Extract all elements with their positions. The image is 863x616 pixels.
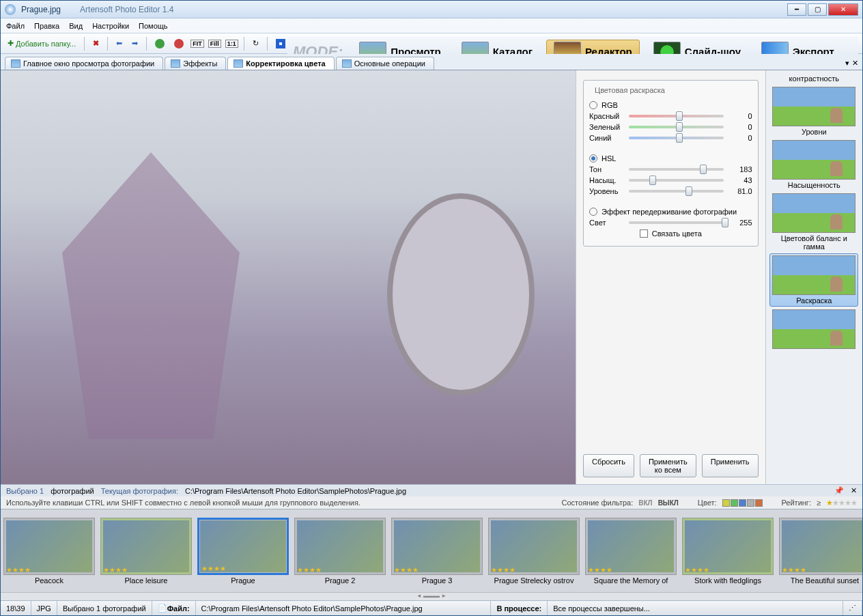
close-button[interactable]: ✕: [828, 3, 858, 16]
resize-grip[interactable]: ⋰: [843, 601, 862, 615]
thumb-8[interactable]: ★★★★The Beautiful sunset: [776, 518, 862, 585]
panel-title: Цветовая раскраска: [592, 86, 668, 94]
color-icon: [234, 59, 243, 68]
preset-extra[interactable]: [769, 308, 858, 352]
thumb-5[interactable]: ★★★★Prague Strelecky ostrov: [485, 518, 582, 585]
rotate-button[interactable]: ↻: [250, 38, 261, 49]
preset-balance[interactable]: Цветовой баланс и гамма: [769, 192, 858, 252]
color-filter[interactable]: [722, 499, 763, 507]
apply-all-button[interactable]: Применить ко всем: [640, 454, 696, 477]
maximize-button[interactable]: ▢: [808, 3, 827, 16]
status-selection: Выбрано 1 фотографий: [57, 601, 152, 615]
menu-help[interactable]: Помощь: [139, 22, 168, 30]
statusbar: 18\39 JPG Выбрано 1 фотографий 📄 Файл: C…: [1, 600, 862, 615]
hsl-radio[interactable]: [589, 154, 597, 163]
tab-menu-button[interactable]: ▾: [845, 59, 849, 68]
hint-bar: Используйте клавиши CTRL или SHIFT совме…: [1, 496, 862, 509]
thumb-2[interactable]: ★★★★Prague: [195, 518, 292, 585]
thumb-0[interactable]: ★★★★Peacock: [1, 518, 98, 585]
preset-contrast[interactable]: контрастность: [769, 73, 858, 84]
thumb-1[interactable]: ★★★★Place leisure: [98, 518, 195, 585]
red-slider[interactable]: [629, 115, 724, 117]
menu-file[interactable]: Файл: [6, 22, 25, 30]
thumb-4[interactable]: ★★★★Prague 3: [388, 518, 485, 585]
sat-slider[interactable]: [629, 179, 724, 182]
preset-levels[interactable]: Уровни: [769, 85, 858, 137]
preset-coloring[interactable]: Раскраска: [769, 253, 858, 307]
main-photo: [1, 70, 576, 484]
one-to-one-button[interactable]: 1:1: [225, 40, 238, 48]
add-folder-button[interactable]: ✚ Добавить папку...: [5, 38, 79, 49]
light-slider[interactable]: [629, 221, 724, 224]
app-icon: [5, 4, 16, 15]
fullscreen-button[interactable]: [273, 38, 288, 50]
color-panel: Цветовая раскраска RGB Красный0 Зеленый0…: [576, 70, 765, 484]
menubar: Файл Правка Вид Настройки Помощь: [1, 18, 862, 33]
zoom-out-button[interactable]: [171, 38, 186, 50]
status-position: 18\39: [1, 601, 31, 615]
rating-filter[interactable]: ★★★★★: [826, 499, 857, 507]
thumbnail-strip[interactable]: ★★★★Peacock★★★★Place leisure★★★★Prague★★…: [1, 509, 862, 592]
pin-icon[interactable]: 📌: [834, 486, 844, 495]
menu-view[interactable]: Вид: [69, 22, 83, 30]
image-canvas[interactable]: [1, 70, 576, 484]
preview-icon: [11, 59, 20, 68]
tab-basic-ops[interactable]: Основные операции: [336, 57, 434, 70]
minimize-button[interactable]: ━: [787, 3, 806, 16]
tab-color-correction[interactable]: Корректировка цвета: [227, 57, 334, 70]
effects-icon: [171, 59, 180, 68]
filter-off-toggle[interactable]: ВЫКЛ: [658, 499, 679, 507]
preset-column: контрастность Уровни Насыщенность Цветов…: [765, 70, 862, 484]
status-path: C:\Program Files\Artensoft Photo Editor\…: [196, 601, 492, 615]
link-colors-checkbox[interactable]: [640, 229, 648, 238]
scroll-hint[interactable]: ◄ ▬▬▬ ►: [1, 592, 862, 600]
thumb-3[interactable]: ★★★★Prague 2: [292, 518, 388, 585]
selection-info-bar: Выбрано 1 фотографий Текущая фотография:…: [1, 484, 862, 496]
info-close-icon[interactable]: ✕: [851, 486, 857, 495]
status-file-label: 📄 Файл:: [152, 601, 196, 615]
rgb-radio[interactable]: [589, 101, 597, 109]
menu-settings[interactable]: Настройки: [92, 22, 129, 30]
delete-button[interactable]: ✖: [90, 38, 102, 49]
prev-button[interactable]: ⬅: [113, 38, 125, 49]
burn-radio[interactable]: [589, 208, 597, 216]
window-filename: Prague.jpg: [21, 5, 61, 14]
next-button[interactable]: ➡: [129, 38, 141, 49]
tabbar: Главное окно просмотра фотографии Эффект…: [1, 54, 862, 70]
tab-main-preview[interactable]: Главное окно просмотра фотографии: [5, 57, 163, 70]
status-format: JPG: [31, 601, 57, 615]
titlebar: Prague.jpg Artensoft Photo Editor 1.4 ━ …: [1, 1, 862, 18]
apply-button[interactable]: Применить: [702, 454, 759, 477]
green-slider[interactable]: [629, 126, 724, 128]
ops-icon: [342, 59, 352, 68]
level-slider[interactable]: [629, 190, 724, 193]
fill-button[interactable]: Fill: [208, 40, 221, 48]
hue-slider[interactable]: [629, 168, 724, 171]
reset-button[interactable]: Сбросить: [583, 454, 634, 477]
filter-on-toggle[interactable]: ВКЛ: [638, 499, 652, 507]
fit-button[interactable]: FIT: [190, 40, 204, 48]
thumb-7[interactable]: ★★★★Stork with fledglings: [679, 518, 776, 585]
preset-saturation[interactable]: Насыщенность: [769, 139, 858, 191]
thumb-6[interactable]: ★★★★Square the Memory of: [582, 518, 679, 585]
tab-close-button[interactable]: ✕: [852, 59, 858, 68]
blue-slider[interactable]: [629, 137, 724, 139]
app-name: Artensoft Photo Editor 1.4: [80, 5, 173, 14]
status-process: Все процессы завершены...: [548, 601, 843, 615]
zoom-in-button[interactable]: [152, 38, 167, 50]
tab-effects[interactable]: Эффекты: [165, 57, 226, 70]
menu-edit[interactable]: Правка: [34, 22, 59, 30]
